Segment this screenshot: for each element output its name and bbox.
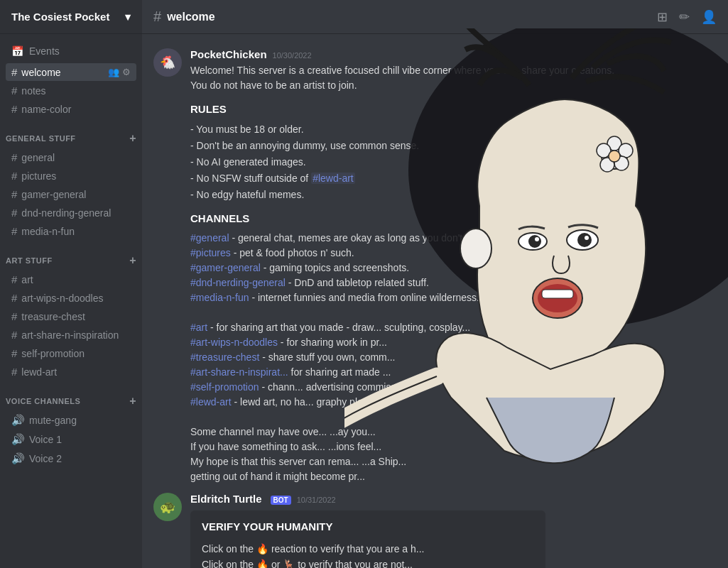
hash-icon: # (11, 273, 17, 285)
sidebar-item-dnd-nerding-general[interactable]: # dnd-nerding-general (6, 204, 136, 222)
gamer-general-link[interactable]: #gamer-general (190, 262, 261, 273)
top-channels: # welcome 👥 ⚙ # notes # name-color (0, 63, 142, 118)
sidebar-item-general[interactable]: # general (6, 148, 136, 166)
sidebar-item-art[interactable]: # art (6, 271, 136, 288)
avatar-pocketchicken: 🐔 (153, 48, 182, 77)
add-channel-art-btn[interactable]: + (129, 254, 136, 267)
main-content: # welcome ⊞ ✏ 👤 🐔 PocketChicken 10/30/20… (142, 0, 728, 568)
message-timestamp: 10/30/2022 (273, 51, 312, 60)
sidebar-item-treasure-chest[interactable]: # treasure-chest (6, 307, 136, 325)
art-wips-link[interactable]: #art-wips-n-doodles (190, 337, 278, 348)
general-link[interactable]: #general (190, 232, 229, 244)
hash-icon: # (11, 347, 17, 359)
section-header-general-stuff[interactable]: GENERAL STUFF + (0, 121, 142, 148)
member-icon[interactable]: 👥 (108, 67, 119, 77)
art-link[interactable]: #art (190, 322, 207, 333)
lewd-art-rule-link[interactable]: #lewd-art (311, 173, 355, 184)
hash-icon: # (11, 103, 17, 115)
message-author: PocketChicken (190, 48, 267, 60)
server-header[interactable]: The Cosiest Pocket ▾ (0, 0, 142, 34)
members-btn[interactable]: 👤 (701, 9, 717, 25)
dnd-nerding-general-link[interactable]: #dnd-nerding-general (190, 277, 286, 288)
message-timestamp-bot: 10/31/2022 (297, 496, 336, 504)
settings-icon[interactable]: ⚙ (122, 67, 131, 77)
hash-icon: # (11, 207, 17, 219)
verify-title: VERIFY YOUR HUMANITY (202, 519, 534, 535)
sidebar-item-gamer-general[interactable]: # gamer-general (6, 185, 136, 203)
message-content-pocketchicken: PocketChicken 10/30/2022 Welcome! This s… (190, 48, 717, 484)
hash-icon: # (11, 366, 17, 378)
sidebar-item-art-share-n-inspiration[interactable]: # art-share-n-inspiration (6, 326, 136, 344)
bot-badge: BOT (271, 496, 291, 505)
channel-list: 📅 Events # welcome 👥 ⚙ # notes # name-co… (0, 34, 142, 568)
section-header-art-stuff[interactable]: ART STUFF + (0, 243, 142, 270)
sidebar-item-notes[interactable]: # notes (6, 82, 136, 99)
message-author-bot: Eldritch Turtle (190, 493, 262, 505)
speaker-icon: 🔊 (11, 414, 25, 427)
verify-box: VERIFY YOUR HUMANITY Click on the 🔥 reac… (190, 510, 545, 568)
message-body: Welcome! This server is a creative focus… (190, 63, 717, 484)
verify-text: Click on the 🔥 reaction to verify that y… (202, 541, 534, 569)
sidebar-item-self-promotion[interactable]: # self-promotion (6, 344, 136, 362)
hash-icon: # (11, 151, 17, 163)
channel-header: # welcome ⊞ ✏ 👤 (142, 0, 728, 34)
sidebar-item-welcome[interactable]: # welcome 👥 ⚙ (6, 63, 136, 81)
sidebar-item-voice-2[interactable]: 🔊 Voice 2 (6, 449, 136, 468)
hash-icon: # (11, 188, 17, 200)
add-voice-channel-btn[interactable]: + (129, 395, 136, 408)
sidebar-item-lewd-art[interactable]: # lewd-art (6, 363, 136, 381)
rules-heading: RULES (190, 102, 717, 118)
message-pocketchicken: 🐔 PocketChicken 10/30/2022 Welcome! This… (142, 45, 728, 487)
sidebar-item-art-wips-n-doodles[interactable]: # art-wips-n-doodles (6, 289, 136, 307)
sidebar-item-mute-gang[interactable]: 🔊 mute-gang (6, 411, 136, 430)
hash-icon: # (11, 292, 17, 304)
lewd-art-link[interactable]: #lewd-art (190, 396, 232, 408)
add-channel-general-btn[interactable]: + (129, 132, 136, 145)
message-body-bot: VERIFY YOUR HUMANITY Click on the 🔥 reac… (190, 510, 717, 568)
hash-icon: # (11, 225, 17, 237)
sidebar: The Cosiest Pocket ▾ 📅 Events # welcome … (0, 0, 142, 568)
art-stuff-section: ART STUFF + # art # art-wips-n-doodles #… (0, 243, 142, 381)
hash-icon: # (11, 66, 17, 78)
speaker-icon: 🔊 (11, 452, 25, 465)
hashtag-btn[interactable]: ⊞ (657, 9, 668, 25)
pencil-btn[interactable]: ✏ (679, 9, 690, 25)
channels-heading: CHANNELS (190, 211, 717, 227)
sidebar-item-voice-1[interactable]: 🔊 Voice 1 (6, 430, 136, 449)
message-content-eldritch-turtle: Eldritch Turtle BOT 10/31/2022 VERIFY YO… (190, 493, 717, 568)
messages-container: 🐔 PocketChicken 10/30/2022 Welcome! This… (142, 34, 728, 568)
server-name: The Cosiest Pocket (11, 11, 109, 23)
media-n-fun-link[interactable]: #media-n-fun (190, 292, 249, 303)
speaker-icon: 🔊 (11, 433, 25, 446)
events-label: Events (29, 45, 60, 57)
avatar-eldritch-turtle: 🐢 (153, 493, 182, 521)
treasure-chest-link[interactable]: #treasure-chest (190, 351, 259, 363)
sidebar-item-pictures[interactable]: # pictures (6, 167, 136, 185)
general-stuff-section: GENERAL STUFF + # general # pictures # g… (0, 121, 142, 240)
section-header-voice[interactable]: VOICE CHANNELS + (0, 383, 142, 410)
pictures-link[interactable]: #pictures (190, 247, 231, 258)
channel-name: welcome (167, 11, 215, 23)
channel-hash-icon: # (153, 9, 161, 25)
hash-icon: # (11, 84, 17, 97)
self-promo-link[interactable]: #self-promotion (190, 381, 259, 393)
server-dropdown-icon: ▾ (125, 11, 131, 23)
message-eldritch-turtle: 🐢 Eldritch Turtle BOT 10/31/2022 VERIFY … (142, 490, 728, 568)
sidebar-item-media-n-fun[interactable]: # media-n-fun (6, 222, 136, 240)
voice-channels-section: VOICE CHANNELS + 🔊 mute-gang 🔊 Voice 1 🔊… (0, 383, 142, 468)
hash-icon: # (11, 310, 17, 322)
art-share-link[interactable]: #art-share-n-inspirat... (190, 366, 288, 378)
sidebar-item-name-color[interactable]: # name-color (6, 100, 136, 118)
sidebar-item-events[interactable]: 📅 Events (0, 40, 142, 62)
hash-icon: # (11, 329, 17, 341)
hash-icon: # (11, 170, 17, 182)
